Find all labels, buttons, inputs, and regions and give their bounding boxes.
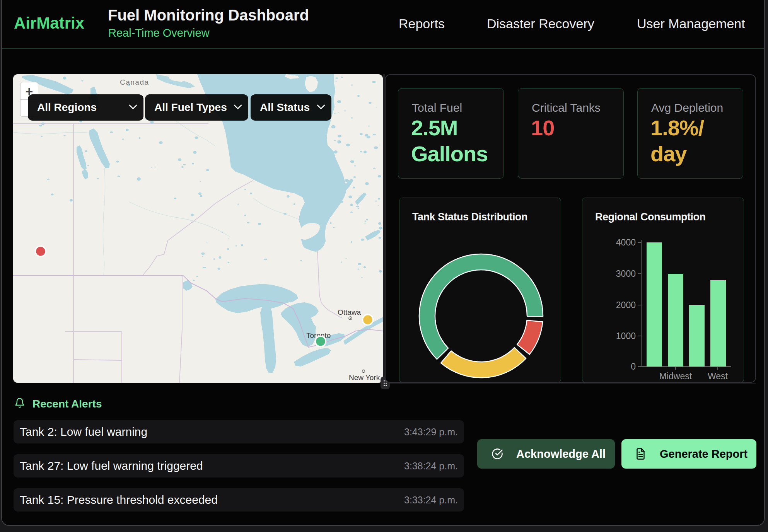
svg-text:Ottawa: Ottawa [338,308,361,316]
svg-text:3000: 3000 [616,269,636,279]
svg-text:4000: 4000 [616,237,636,247]
svg-text:2000: 2000 [616,300,636,310]
svg-text:Midwest: Midwest [659,371,692,381]
svg-text:0: 0 [631,361,636,372]
svg-text:New York: New York [349,373,380,382]
svg-text:West: West [708,371,728,381]
svg-text:Canada: Canada [120,78,149,86]
svg-text:1000: 1000 [616,331,636,341]
